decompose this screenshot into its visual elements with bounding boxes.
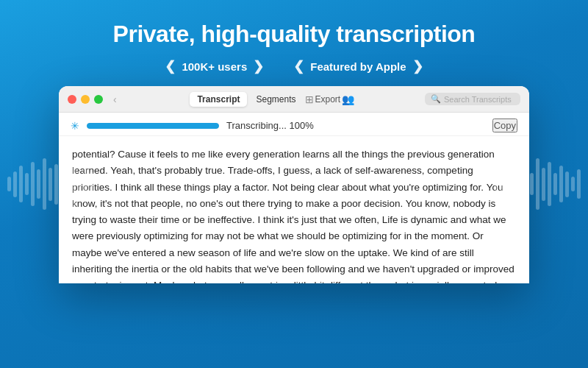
laurel-right-1: ❯: [253, 58, 264, 74]
page-title: Private, high-quality transcription: [15, 21, 573, 48]
badge-users: ❮ 100K+ users ❯: [165, 58, 264, 74]
search-placeholder: Search Transcripts: [444, 95, 512, 104]
laurel-right-2: ❯: [412, 58, 423, 74]
grid-icon[interactable]: ⊞: [305, 93, 314, 105]
close-button[interactable]: [68, 95, 76, 104]
badge-apple-label: Featured by Apple: [310, 60, 406, 73]
export-button[interactable]: Export: [315, 94, 341, 105]
spinner-icon: ✳: [71, 120, 79, 132]
copy-button[interactable]: Copy: [492, 118, 517, 132]
back-arrow-icon[interactable]: ‹: [113, 93, 117, 105]
laurel-left-2: ❮: [293, 58, 304, 74]
transcript-body: potential? Cause it feels to me like eve…: [59, 136, 529, 283]
waveform-left: [7, 158, 93, 210]
waveform-right: [495, 158, 581, 210]
progress-inner: ✳ Transcribing... 100%: [71, 120, 314, 132]
minimize-button[interactable]: [81, 95, 90, 104]
badge-row: ❮ 100K+ users ❯ ❮ Featured by Apple ❯: [15, 58, 573, 74]
tab-segments[interactable]: Segments: [248, 92, 303, 107]
progress-bar-container: [87, 123, 219, 129]
people-icon[interactable]: 👥: [342, 93, 354, 105]
tab-transcript[interactable]: Transcript: [190, 92, 247, 107]
search-bar[interactable]: 🔍 Search Transcripts: [425, 93, 520, 105]
badge-users-label: 100K+ users: [182, 60, 247, 73]
titlebar: ‹ Transcript Segments ⊞ Export 👥 🔍 Searc…: [59, 86, 529, 113]
traffic-lights: [68, 95, 103, 104]
badge-apple: ❮ Featured by Apple ❯: [293, 58, 423, 74]
app-window: ‹ Transcript Segments ⊞ Export 👥 🔍 Searc…: [59, 86, 529, 283]
laurel-left-1: ❮: [165, 58, 176, 74]
maximize-button[interactable]: [94, 95, 103, 104]
header: Private, high-quality transcription ❮ 10…: [0, 0, 588, 86]
search-icon: 🔍: [431, 94, 441, 104]
tab-bar: Transcript Segments ⊞ Export 👥: [126, 92, 419, 107]
progress-area: ✳ Transcribing... 100% Copy: [59, 113, 529, 136]
transcript-text: potential? Cause it feels to me like eve…: [72, 146, 516, 283]
progress-label: Transcribing... 100%: [226, 120, 314, 131]
progress-bar-fill: [87, 123, 219, 129]
